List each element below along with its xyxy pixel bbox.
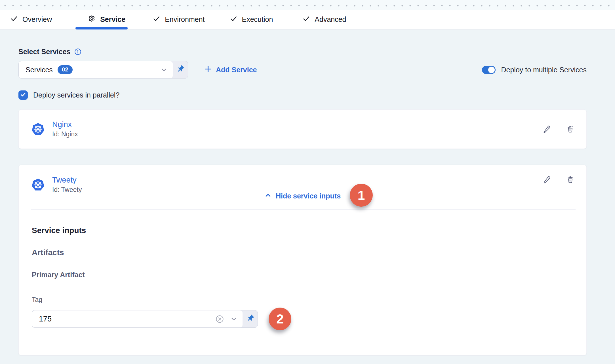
pencil-icon xyxy=(542,181,551,185)
tab-advanced[interactable]: Advanced xyxy=(302,10,346,29)
service-id: Id: Tweety xyxy=(52,186,82,194)
edit-service-button[interactable] xyxy=(542,125,551,134)
artifacts-heading: Artifacts xyxy=(32,248,574,257)
deploy-parallel-checkbox[interactable] xyxy=(18,90,28,100)
kubernetes-icon xyxy=(31,122,45,136)
services-multiselect-value: Services xyxy=(26,66,53,74)
delete-service-button[interactable] xyxy=(566,175,575,184)
tag-input-icons xyxy=(215,315,237,323)
stage-tabbar: Overview Service Environment Execution A… xyxy=(0,10,615,29)
select-services-label-row: Select Services xyxy=(18,48,587,56)
tag-input-composite xyxy=(32,310,258,328)
delete-service-button[interactable] xyxy=(566,125,575,134)
tab-label: Overview xyxy=(22,15,52,24)
select-services-label: Select Services xyxy=(18,48,70,56)
service-tab-content: Select Services Services 02 Add Service xyxy=(0,48,615,355)
annotation-badge-2: 2 xyxy=(269,308,291,330)
card-divider xyxy=(31,209,576,209)
tab-label: Environment xyxy=(165,15,205,24)
deploy-parallel-label: Deploy services in parallel? xyxy=(33,91,119,99)
service-identity: Tweety Id: Tweety xyxy=(31,176,82,194)
add-service-label: Add Service xyxy=(216,66,257,74)
chevron-up-icon xyxy=(264,192,271,200)
primary-artifact-heading: Primary Artifact xyxy=(32,271,574,279)
tab-overview[interactable]: Overview xyxy=(10,10,52,29)
services-select-row: Services 02 Add Service Deploy to multip… xyxy=(18,61,587,79)
service-name-link[interactable]: Tweety xyxy=(52,176,82,185)
service-name-link[interactable]: Nginx xyxy=(52,120,78,129)
tweety-card-header: Tweety Id: Tweety xyxy=(19,165,586,209)
annotation-badge-1: 1 xyxy=(350,184,373,207)
tab-environment[interactable]: Environment xyxy=(153,10,205,29)
tab-label: Service xyxy=(100,15,125,24)
pencil-icon xyxy=(542,130,551,134)
trash-icon xyxy=(566,181,575,185)
check-icon xyxy=(10,15,18,24)
hide-service-inputs-label: Hide service inputs xyxy=(276,192,341,200)
deploy-parallel-row: Deploy services in parallel? xyxy=(18,90,587,100)
add-service-button[interactable]: Add Service xyxy=(204,65,257,75)
deploy-multiple-toggle-group: Deploy to multiple Services xyxy=(482,66,587,74)
gear-icon xyxy=(88,15,96,24)
deploy-multiple-toggle[interactable] xyxy=(482,66,496,74)
service-config-screen: Overview Service Environment Execution A… xyxy=(0,0,615,364)
tag-input[interactable] xyxy=(39,315,212,323)
check-icon xyxy=(20,92,26,99)
service-inputs-panel: Service inputs Artifacts Primary Artifac… xyxy=(19,226,586,330)
tag-label: Tag xyxy=(32,296,574,304)
hide-service-inputs-link[interactable]: Hide service inputs xyxy=(264,192,341,200)
check-icon xyxy=(302,15,310,24)
service-card-actions xyxy=(542,175,575,184)
service-card-text: Nginx Id: Nginx xyxy=(52,120,78,138)
services-multiselect[interactable]: Services 02 xyxy=(18,61,188,79)
edit-service-button[interactable] xyxy=(542,175,551,184)
deploy-multiple-label: Deploy to multiple Services xyxy=(501,66,587,74)
tab-execution[interactable]: Execution xyxy=(230,10,273,29)
trash-icon xyxy=(566,130,575,134)
pin-icon xyxy=(176,65,185,75)
pipeline-canvas-dot-band xyxy=(0,0,615,10)
services-count-badge: 02 xyxy=(58,65,73,74)
pin-input-type-button[interactable] xyxy=(173,61,188,78)
kubernetes-icon xyxy=(31,178,45,192)
service-card-nginx: Nginx Id: Nginx xyxy=(18,109,587,149)
plus-icon xyxy=(204,65,212,75)
clear-value-icon[interactable] xyxy=(215,315,224,323)
service-inputs-title: Service inputs xyxy=(32,226,574,235)
pin-input-type-button[interactable] xyxy=(243,310,258,327)
service-card-tweety: Tweety Id: Tweety Hide service inputs 1 … xyxy=(18,165,587,355)
check-icon xyxy=(230,15,237,24)
tab-label: Execution xyxy=(242,15,273,24)
tab-service[interactable]: Service xyxy=(88,10,125,29)
info-icon[interactable] xyxy=(74,48,82,56)
tag-input-row: 2 xyxy=(32,308,574,330)
service-id: Id: Nginx xyxy=(52,130,78,138)
chevron-down-icon[interactable] xyxy=(230,315,237,323)
tab-label: Advanced xyxy=(315,15,346,24)
pin-icon xyxy=(246,314,254,324)
chevron-down-icon[interactable] xyxy=(160,66,168,73)
check-icon xyxy=(153,15,160,24)
tag-input-area[interactable] xyxy=(32,310,243,327)
service-card-text: Tweety Id: Tweety xyxy=(52,176,82,194)
services-multiselect-value-area[interactable]: Services 02 xyxy=(19,61,173,78)
service-card-actions xyxy=(542,125,575,134)
